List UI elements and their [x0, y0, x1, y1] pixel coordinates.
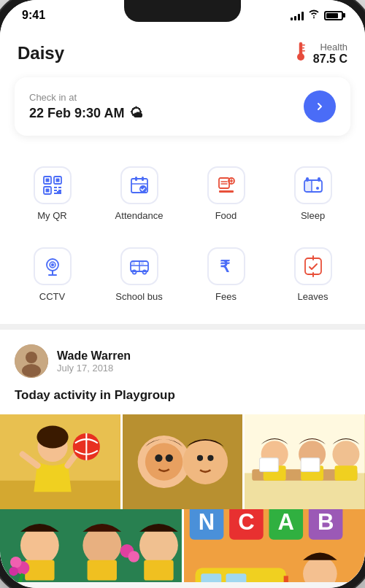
menu-label-sleep: Sleep: [301, 210, 325, 221]
menu-item-leaves[interactable]: Leaves: [272, 237, 353, 312]
svg-rect-31: [318, 177, 320, 182]
health-value: 87.5 C: [313, 53, 347, 65]
leaves-icon: [294, 247, 332, 285]
menu-item-school-bus[interactable]: School bus: [99, 237, 180, 312]
svg-rect-80: [335, 465, 358, 481]
svg-point-42: [142, 271, 146, 274]
svg-point-79: [333, 441, 360, 468]
bus-icon: [120, 247, 158, 285]
health-info: Health 87.5 C: [293, 41, 347, 66]
food-icon: [207, 166, 245, 204]
checkin-card[interactable]: Check in at 22 Feb 9:30 AM 🌤: [15, 77, 350, 136]
menu-label-food: Food: [215, 210, 237, 221]
svg-rect-30: [306, 177, 309, 182]
attendance-icon: [120, 166, 158, 204]
checkin-info: Check in at 22 Feb 9:30 AM 🌤: [29, 92, 143, 121]
svg-point-70: [197, 455, 203, 461]
user-info-date: July 17, 2018: [57, 363, 131, 374]
svg-rect-18: [57, 191, 61, 194]
notch: [124, 0, 241, 22]
svg-rect-16: [58, 187, 61, 188]
menu-item-sleep[interactable]: Sleep: [272, 156, 353, 231]
avatar: [15, 344, 48, 378]
menu-label-cctv: CCTV: [39, 291, 65, 302]
menu-label-my-qr: My QR: [37, 210, 66, 221]
sleep-icon: [294, 166, 332, 204]
menu-label-attendance: Attendance: [115, 210, 164, 221]
svg-rect-20: [135, 177, 137, 181]
svg-point-58: [36, 426, 68, 449]
svg-point-66: [145, 443, 182, 480]
qr-icon: [34, 166, 72, 204]
svg-rect-28: [304, 180, 312, 192]
wifi-icon: [308, 9, 320, 21]
photo-item-3: [245, 414, 365, 509]
activity-section: Wade Warren July 17, 2018 Today activity…: [0, 330, 365, 582]
menu-label-school-bus: School bus: [115, 291, 162, 302]
svg-point-35: [51, 263, 54, 266]
svg-point-69: [182, 439, 228, 484]
svg-rect-17: [58, 190, 61, 191]
svg-point-71: [207, 455, 213, 461]
avatar-placeholder: [15, 344, 48, 378]
photo-item-4: [0, 509, 182, 582]
svg-point-95: [139, 526, 178, 565]
svg-rect-13: [54, 187, 57, 188]
cctv-icon: [34, 247, 72, 285]
checkin-datetime: 22 Feb 9:30 AM: [29, 106, 124, 121]
checkin-time: 22 Feb 9:30 AM 🌤: [29, 106, 143, 121]
svg-point-89: [9, 567, 18, 576]
menu-item-my-qr[interactable]: My QR: [12, 156, 93, 231]
svg-point-0: [313, 17, 315, 18]
svg-rect-44: [141, 262, 144, 265]
svg-rect-5: [302, 47, 304, 49]
app-header: Daisy Health 87.5: [0, 26, 365, 77]
svg-rect-21: [142, 177, 144, 181]
svg-rect-12: [45, 189, 49, 193]
menu-item-cctv[interactable]: CCTV: [12, 237, 93, 312]
menu-item-attendance[interactable]: Attendance: [99, 156, 180, 231]
svg-text:N: N: [198, 509, 214, 535]
svg-point-41: [132, 271, 136, 274]
svg-rect-15: [54, 193, 57, 194]
menu-grid: My QR Attendance: [0, 150, 365, 324]
svg-rect-96: [144, 560, 173, 581]
checkin-arrow-button[interactable]: [304, 90, 336, 123]
svg-point-94: [128, 551, 140, 562]
signal-bars-icon: [291, 10, 304, 20]
svg-rect-24: [219, 178, 229, 188]
user-row: Wade Warren July 17, 2018: [15, 344, 350, 378]
fees-icon: ₹: [207, 247, 245, 285]
svg-rect-4: [302, 45, 305, 46]
svg-rect-92: [88, 560, 117, 581]
svg-point-68: [165, 454, 172, 462]
svg-text:A: A: [277, 509, 293, 535]
photo-item-5: N C A B: [184, 509, 366, 582]
menu-label-fees: Fees: [215, 291, 237, 302]
checkin-label: Check in at: [29, 92, 143, 103]
svg-rect-43: [132, 262, 135, 265]
app-content: Daisy Health 87.5: [0, 26, 365, 582]
svg-rect-14: [54, 190, 57, 191]
svg-rect-108: [201, 573, 221, 582]
svg-text:B: B: [317, 509, 333, 535]
phone-frame: 9:41: [0, 0, 365, 588]
section-divider: [0, 324, 365, 330]
svg-point-91: [82, 526, 121, 565]
user-name: Daisy: [18, 43, 64, 63]
thermometer-icon: [293, 41, 309, 66]
menu-item-fees[interactable]: ₹ Fees: [185, 237, 266, 312]
svg-point-54: [22, 364, 41, 377]
svg-text:₹: ₹: [220, 258, 231, 276]
user-info-name: Wade Warren: [57, 349, 131, 363]
svg-point-88: [10, 557, 22, 568]
user-info: Wade Warren July 17, 2018: [57, 349, 131, 374]
menu-item-food[interactable]: Food: [185, 156, 266, 231]
status-time: 9:41: [22, 9, 45, 22]
photo-grid-row2: N C A B: [0, 509, 365, 582]
svg-rect-109: [226, 573, 246, 582]
phone-screen: 9:41: [0, 0, 365, 588]
health-text: Health 87.5 C: [313, 42, 347, 66]
menu-label-leaves: Leaves: [298, 291, 328, 302]
svg-point-53: [26, 352, 37, 363]
